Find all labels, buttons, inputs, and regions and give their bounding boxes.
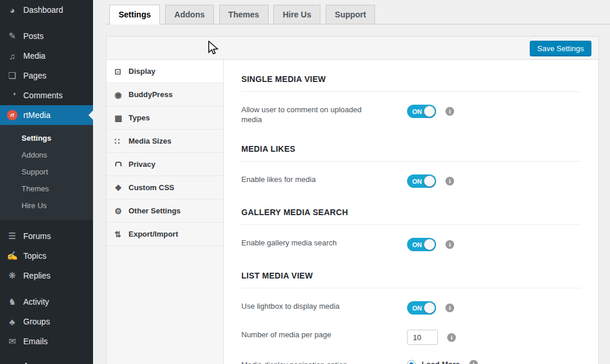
replies-icon: ❋ (6, 270, 19, 281)
sidebar-item-label: Topics (23, 251, 47, 260)
sidebar-item-comments[interactable]: Comments (0, 85, 93, 105)
sidebar-item-forums[interactable]: ☰ Forums (0, 226, 93, 246)
info-icon[interactable]: i (445, 177, 454, 185)
setting-row: Enable gallery media search ON i (241, 238, 581, 251)
settings-nav: ⊡ Display ◉ BuddyPress ▦ Types ∷ Media S… (106, 60, 224, 364)
media-icon: ♫ (6, 51, 19, 61)
submenu-item-settings[interactable]: Settings (0, 130, 93, 147)
tab-themes[interactable]: Themes (219, 5, 269, 24)
sidebar-item-replies[interactable]: ❋ Replies (0, 266, 93, 286)
info-icon[interactable]: i (445, 240, 454, 249)
submenu-item-addons[interactable]: Addons (0, 147, 93, 163)
toggle-switch-comments[interactable]: ON (407, 105, 436, 118)
panel-toolbar: Save Settings (106, 37, 598, 60)
settings-nav-label: Other Settings (129, 206, 181, 215)
settings-panel: Save Settings ⊡ Display ◉ BuddyPress ▦ (106, 36, 599, 364)
settings-content: SINGLE MEDIA VIEW Allow user to comment … (224, 60, 598, 364)
export-import-icon: ⇅ (115, 230, 129, 239)
sidebar-item-groups[interactable]: ♣ Groups (0, 312, 93, 331)
settings-nav-custom-css[interactable]: ❖ Custom CSS (106, 176, 223, 199)
custom-css-icon: ❖ (115, 183, 129, 192)
settings-nav-export-import[interactable]: ⇅ Export/Import (106, 223, 223, 246)
toggle-knob (424, 302, 435, 313)
settings-nav-label: Media Sizes (129, 137, 172, 145)
menu-separator (0, 351, 93, 356)
rtmedia-icon: rt (6, 110, 19, 120)
settings-nav-privacy[interactable]: Privacy (106, 153, 223, 176)
sidebar-item-rtmedia[interactable]: rt rtMedia (0, 105, 93, 125)
section-heading: LIST MEDIA VIEW (241, 271, 581, 288)
info-icon[interactable]: i (445, 304, 454, 312)
toggle-switch-gallery-search[interactable]: ON (407, 238, 436, 251)
setting-row: Number of media per page i (241, 330, 581, 345)
setting-label: Enable gallery media search (241, 238, 378, 248)
section-media-likes: MEDIA LIKES Enable likes for media ON i (241, 144, 581, 188)
groups-icon: ♣ (6, 317, 19, 327)
toggle-switch-likes[interactable]: ON (407, 174, 436, 188)
section-single-media-view: SINGLE MEDIA VIEW Allow user to comment … (241, 74, 581, 124)
setting-row: Allow user to comment on uploaded media … (241, 105, 581, 124)
emails-icon: ✉ (6, 336, 19, 347)
rtmedia-submenu: Settings Addons Support Themes Hire Us (0, 125, 93, 220)
info-icon[interactable]: i (447, 333, 456, 342)
toggle-knob (424, 239, 435, 250)
activity-icon: ♞ (6, 297, 19, 307)
toggle-knob (424, 176, 435, 187)
toggle-switch-lightbox[interactable]: ON (407, 301, 436, 315)
topics-icon: ✍ (6, 251, 19, 261)
sidebar-item-dashboard[interactable]: ◕ Dashboard (0, 0, 93, 20)
radio-load-more[interactable]: Load More i (407, 360, 478, 364)
setting-row: Use lightbox to display media ON i (241, 301, 581, 315)
toggle-on-label: ON (407, 178, 422, 185)
menu-separator (0, 20, 93, 26)
appearance-icon: ✒ (6, 361, 19, 364)
tab-hire-us[interactable]: Hire Us (273, 5, 320, 24)
settings-nav-buddypress[interactable]: ◉ BuddyPress (106, 83, 223, 106)
sidebar-item-label: Appearance (23, 361, 67, 364)
tab-addons[interactable]: Addons (165, 5, 214, 24)
sidebar-item-appearance[interactable]: ✒ Appearance (0, 356, 93, 364)
sidebar-item-label: Emails (23, 337, 48, 346)
submenu-item-themes[interactable]: Themes (0, 180, 93, 197)
types-icon: ▦ (115, 113, 129, 123)
buddypress-icon: ◉ (115, 90, 129, 99)
settings-nav-types[interactable]: ▦ Types (106, 106, 223, 130)
settings-nav-label: Privacy (129, 160, 155, 169)
sidebar-item-posts[interactable]: ✎ Posts (0, 26, 93, 46)
toggle-knob (424, 106, 435, 117)
section-list-media-view: LIST MEDIA VIEW Use lightbox to display … (241, 271, 581, 364)
sidebar-item-label: Posts (23, 31, 44, 41)
setting-label: Number of media per page (241, 330, 378, 340)
settings-nav-media-sizes[interactable]: ∷ Media Sizes (106, 130, 223, 153)
wp-admin-sidebar: ◕ Dashboard ✎ Posts ♫ Media ❏ Pages Comm… (0, 0, 93, 364)
section-gallery-media-search: GALLERY MEDIA SEARCH Enable gallery medi… (241, 208, 581, 251)
dashboard-icon: ◕ (6, 5, 19, 15)
media-per-page-input[interactable] (407, 330, 438, 345)
save-settings-button[interactable]: Save Settings (530, 41, 591, 56)
setting-label: Use lightbox to display media (241, 301, 378, 311)
setting-row: Media display pagination option Load Mor… (241, 360, 581, 364)
sidebar-item-activity[interactable]: ♞ Activity (0, 292, 93, 312)
sidebar-item-label: rtMedia (23, 110, 51, 120)
pages-icon: ❏ (6, 70, 19, 81)
tab-settings[interactable]: Settings (109, 5, 160, 24)
sidebar-item-topics[interactable]: ✍ Topics (0, 246, 93, 266)
section-heading: MEDIA LIKES (241, 144, 581, 162)
settings-nav-label: Types (129, 113, 150, 122)
settings-nav-display[interactable]: ⊡ Display (106, 60, 223, 83)
sidebar-item-emails[interactable]: ✉ Emails (0, 331, 93, 351)
sidebar-item-label: Pages (23, 71, 47, 80)
settings-nav-other-settings[interactable]: ⚙ Other Settings (106, 199, 223, 223)
other-settings-icon: ⚙ (115, 206, 129, 216)
menu-separator (0, 220, 93, 226)
sidebar-item-label: Groups (23, 317, 50, 326)
submenu-item-hire-us[interactable]: Hire Us (0, 197, 93, 214)
sidebar-item-label: Activity (23, 297, 49, 306)
info-icon[interactable]: i (469, 360, 478, 364)
tab-support[interactable]: Support (326, 5, 376, 24)
info-icon[interactable]: i (445, 107, 454, 116)
submenu-item-support[interactable]: Support (0, 163, 93, 180)
sidebar-item-media[interactable]: ♫ Media (0, 46, 93, 66)
sidebar-item-pages[interactable]: ❏ Pages (0, 66, 93, 85)
rtmedia-settings-screen: ◕ Dashboard ✎ Posts ♫ Media ❏ Pages Comm… (0, 0, 610, 364)
